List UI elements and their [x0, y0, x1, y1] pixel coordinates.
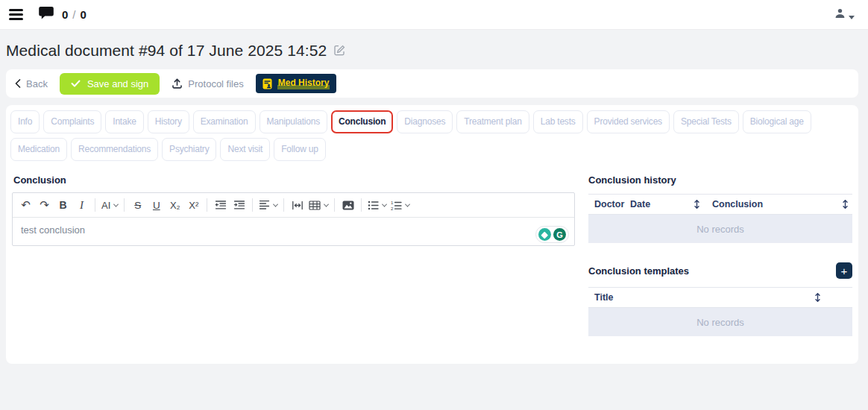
back-button[interactable]: Back — [15, 78, 48, 89]
conclusion-editor: ↶ ↷ B I AI S U X₂ X² — [12, 192, 575, 246]
document-card: InfoComplaintsIntakeHistoryExaminationMa… — [6, 105, 858, 364]
col-doctor[interactable]: Doctor — [594, 199, 624, 209]
suggestion-icon[interactable] — [538, 228, 551, 241]
tab-provided-services[interactable]: Provided services — [587, 110, 670, 133]
svg-text:1: 1 — [391, 201, 394, 205]
col-date[interactable]: Date — [630, 199, 650, 209]
chat-count-total: 0 — [81, 8, 87, 21]
add-template-button[interactable]: + — [836, 262, 852, 279]
check-icon — [71, 80, 81, 87]
tab-conclusion[interactable]: Conclusion — [331, 110, 393, 133]
save-and-sign-button[interactable]: Save and sign — [60, 73, 160, 95]
page-break-icon[interactable] — [288, 196, 306, 215]
save-and-sign-label: Save and sign — [87, 78, 148, 89]
tab-info[interactable]: Info — [10, 110, 40, 133]
tab-follow-up[interactable]: Follow up — [274, 138, 326, 161]
chevron-down-icon — [405, 201, 410, 206]
chevron-down-icon — [273, 201, 278, 206]
tab-manipulations[interactable]: Manipulations — [260, 110, 327, 133]
svg-text:2: 2 — [391, 206, 394, 210]
templates-empty-row: No records — [588, 308, 852, 336]
tab-complaints[interactable]: Complaints — [43, 110, 101, 133]
conclusion-templates-title: Conclusion templates — [588, 265, 689, 277]
med-history-button[interactable]: Med History — [256, 74, 337, 93]
redo-icon[interactable]: ↷ — [35, 196, 54, 215]
editor-content[interactable]: test conclusion G — [13, 218, 574, 245]
protocol-files-label: Protocol files — [188, 78, 243, 89]
med-history-icon — [262, 78, 273, 89]
indent-icon[interactable] — [230, 196, 248, 215]
chat-count-current: 0 — [62, 8, 68, 21]
tab-diagnoses[interactable]: Diagnoses — [397, 110, 453, 133]
chat-count-separator: / — [72, 8, 75, 21]
history-empty-row: No records — [588, 215, 852, 243]
upload-icon — [172, 78, 183, 89]
chevron-down-icon — [324, 201, 329, 206]
tab-medication[interactable]: Medication — [10, 138, 67, 161]
chat-counter: 0 / 0 — [62, 8, 87, 21]
chevron-down-icon — [849, 16, 855, 19]
tab-biological-age[interactable]: Biological age — [743, 110, 811, 133]
tab-recommendations[interactable]: Recommendations — [71, 138, 158, 161]
action-toolbar: Back Save and sign Protocol files Med Hi… — [6, 69, 858, 98]
tabs-row-1: InfoComplaintsIntakeHistoryExaminationMa… — [10, 110, 854, 133]
strikethrough-icon[interactable]: S — [128, 196, 147, 215]
chevron-left-icon — [15, 79, 21, 88]
chevron-down-icon — [113, 201, 119, 206]
protocol-files-button[interactable]: Protocol files — [172, 78, 243, 89]
conclusion-history-title: Conclusion history — [588, 174, 852, 186]
tab-examination[interactable]: Examination — [193, 110, 256, 133]
col-conclusion[interactable]: Conclusion — [712, 199, 763, 209]
numbered-list-dropdown[interactable]: 12 — [389, 196, 412, 215]
back-label: Back — [26, 78, 48, 89]
menu-icon[interactable] — [7, 6, 25, 23]
tab-history[interactable]: History — [148, 110, 189, 133]
chevron-down-icon — [382, 201, 387, 206]
underline-icon[interactable]: U — [147, 196, 166, 215]
undo-icon[interactable]: ↶ — [16, 196, 35, 215]
user-menu[interactable] — [834, 7, 855, 22]
tab-lab-tests[interactable]: Lab tests — [533, 110, 583, 133]
conclusion-section-label: Conclusion — [13, 174, 575, 186]
sort-icon[interactable] — [694, 199, 700, 209]
templates-table-header: Title — [588, 288, 852, 308]
ai-label: AI — [101, 200, 110, 211]
tab-special-tests[interactable]: Special Tests — [673, 110, 739, 133]
user-icon — [834, 7, 846, 22]
writing-assistant-pill: G — [535, 226, 569, 243]
med-history-label: Med History — [277, 78, 330, 89]
edit-title-icon[interactable] — [334, 45, 345, 59]
history-table-header: Doctor Date Conclusion — [588, 195, 852, 215]
align-dropdown[interactable] — [257, 196, 280, 215]
tabs-row-2: MedicationRecommendationsPsychiatryNext … — [10, 138, 854, 161]
table-dropdown[interactable] — [306, 196, 330, 215]
bullet-list-dropdown[interactable] — [365, 196, 389, 215]
sort-icon[interactable] — [842, 199, 849, 209]
grammarly-icon[interactable]: G — [553, 228, 566, 241]
subscript-icon[interactable]: X₂ — [166, 196, 184, 215]
conclusion-templates-section: Conclusion templates + Title No records — [588, 262, 852, 336]
top-bar: 0 / 0 — [0, 0, 868, 30]
page-title: Medical document #94 of 17 June 2025 14:… — [6, 42, 327, 60]
chat-icon[interactable] — [38, 6, 54, 23]
outdent-icon[interactable] — [211, 196, 230, 215]
superscript-icon[interactable]: X² — [184, 196, 203, 215]
editor-toolbar: ↶ ↷ B I AI S U X₂ X² — [13, 193, 574, 218]
image-icon[interactable] — [339, 196, 357, 215]
tab-treatment-plan[interactable]: Treatment plan — [456, 110, 529, 133]
tab-next-visit[interactable]: Next visit — [220, 138, 270, 161]
tab-intake[interactable]: Intake — [105, 110, 144, 133]
tab-psychiatry[interactable]: Psychiatry — [162, 138, 216, 161]
col-title[interactable]: Title — [594, 292, 613, 303]
sort-icon[interactable] — [814, 292, 821, 303]
bold-icon[interactable]: B — [54, 196, 72, 215]
editor-text: test conclusion — [21, 224, 85, 236]
ai-dropdown[interactable]: AI — [99, 196, 120, 215]
conclusion-history-section: Conclusion history Doctor Date Conclusio… — [588, 174, 852, 243]
italic-icon[interactable]: I — [72, 196, 91, 215]
